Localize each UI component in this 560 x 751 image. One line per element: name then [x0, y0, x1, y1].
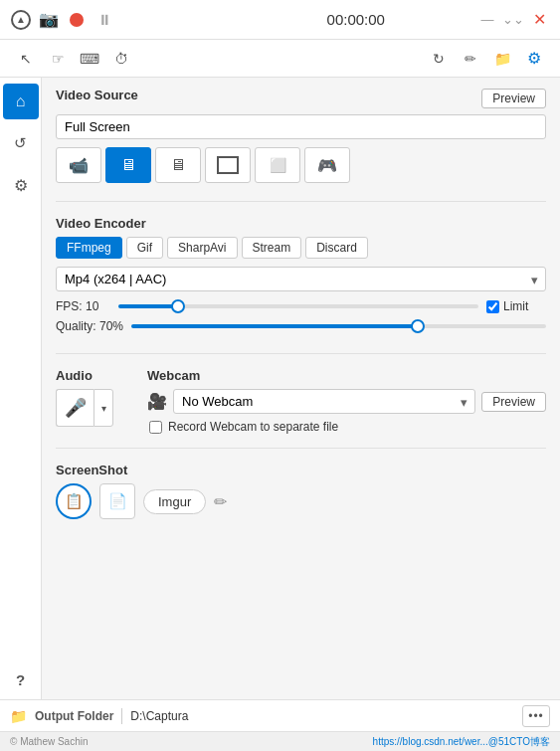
refresh-button[interactable]: ↻ — [425, 45, 453, 73]
gamepad-icon: 🎮 — [317, 156, 337, 175]
minimize-icon: — — [481, 12, 494, 27]
history-icon: ↺ — [14, 134, 27, 152]
close-button[interactable]: ✕ — [528, 9, 550, 31]
cursor-icon: ↖ — [20, 51, 32, 67]
toolbar-left: ↖ ☞ ⌨ ⏱ — [12, 45, 423, 73]
sidebar-item-home[interactable]: ⌂ — [3, 84, 39, 119]
record-separate-checkbox[interactable] — [149, 421, 162, 434]
webcam-preview-button[interactable]: Preview — [481, 392, 546, 412]
encoder-tab-sharpavi[interactable]: SharpAvi — [167, 237, 237, 259]
audio-dropdown-button[interactable]: ▾ — [93, 389, 113, 427]
source-window-btn[interactable] — [205, 147, 251, 183]
webcam-section: Webcam 🎥 No Webcam Preview Record Webcam… — [147, 368, 546, 434]
hand-tool[interactable]: ☞ — [44, 45, 72, 73]
video-encoder-title: Video Encoder — [56, 216, 546, 231]
video-camera-icon: 📹 — [69, 156, 89, 175]
record-separate-label: Record Webcam to separate file — [168, 420, 338, 434]
source-monitor-btn[interactable]: 🖥 — [155, 147, 201, 183]
timer-tool[interactable]: ⏱ — [107, 45, 135, 73]
audio-section: Audio 🎤 ▾ — [56, 368, 135, 434]
status-more-button[interactable]: ••• — [522, 705, 550, 727]
toolbar-right: ↻ ✏ 📁 ⚙ — [425, 45, 548, 73]
maximize-button[interactable]: ⌄⌄ — [502, 9, 524, 31]
app-icon-up[interactable]: ▲ — [10, 9, 32, 31]
video-source-input[interactable] — [56, 114, 546, 139]
window-controls: — ⌄⌄ ✕ — [476, 9, 550, 31]
record-btn[interactable] — [66, 9, 88, 31]
folder-button[interactable]: 📁 — [488, 45, 516, 73]
screenshot-copy-button[interactable]: 📋 — [56, 483, 92, 519]
pencil-icon[interactable]: ✏ — [214, 492, 227, 511]
source-gamepad-btn[interactable]: 🎮 — [304, 147, 350, 183]
region-icon: ⬜ — [270, 157, 286, 173]
webcam-select[interactable]: No Webcam — [173, 389, 475, 414]
settings-icon: ⚙ — [14, 176, 28, 195]
fps-label: FPS: 10 — [56, 299, 110, 313]
webcam-title: Webcam — [147, 368, 546, 383]
source-region-btn[interactable]: ⬜ — [255, 147, 300, 183]
fps-limit-checkbox[interactable] — [486, 300, 499, 313]
recording-time: 00:00:00 — [244, 11, 469, 28]
keyboard-tool[interactable]: ⌨ — [76, 45, 103, 73]
video-source-section: Video Source Preview 📹 🖥 🖥 ⬜ — [56, 88, 546, 187]
divider-3 — [56, 448, 546, 449]
source-screen-btn[interactable]: 🖥 — [105, 147, 151, 183]
minimize-button[interactable]: — — [476, 9, 498, 31]
sidebar-item-help[interactable]: ? — [3, 661, 39, 697]
brush-button[interactable]: ✏ — [457, 45, 484, 73]
video-preview-button[interactable]: Preview — [481, 89, 546, 108]
maximize-icon: ⌄⌄ — [502, 12, 524, 27]
monitor-icon: 🖥 — [170, 156, 186, 174]
status-divider — [121, 708, 122, 724]
record-icon — [70, 13, 84, 27]
home-icon: ⌂ — [16, 93, 26, 110]
pause-btn[interactable]: ⏸ — [93, 9, 115, 31]
screenshot-buttons: 📋 📄 Imgur ✏ — [56, 483, 546, 519]
divider-1 — [56, 201, 546, 202]
format-select[interactable]: Mp4 (x264 | AAC) Avi Mkv Webm — [56, 267, 546, 291]
toolbar: ↖ ☞ ⌨ ⏱ ↻ ✏ 📁 ⚙ — [0, 40, 560, 78]
camera-icon: 📷 — [39, 10, 59, 29]
imgur-button[interactable]: Imgur — [143, 489, 206, 514]
webcam-select-wrapper[interactable]: No Webcam — [173, 389, 475, 414]
screen-icon: 🖥 — [120, 156, 136, 174]
cursor-tool[interactable]: ↖ — [12, 45, 40, 73]
pause-icon: ⏸ — [97, 12, 111, 28]
format-select-row: Mp4 (x264 | AAC) Avi Mkv Webm — [56, 267, 546, 291]
main-area: ⌂ ↺ ⚙ ? Video Source Preview 📹 — [0, 78, 560, 699]
encoder-tab-gif[interactable]: Gif — [126, 237, 163, 259]
webcam-select-row: 🎥 No Webcam Preview — [147, 389, 546, 414]
encoder-tab-ffmpeg[interactable]: FFmpeg — [56, 237, 122, 259]
fps-slider-row: FPS: 10 Limit — [56, 299, 546, 313]
quality-label: Quality: 70% — [56, 319, 123, 333]
video-encoder-section: Video Encoder FFmpeg Gif SharpAvi Stream… — [56, 216, 546, 339]
fps-slider[interactable] — [118, 304, 478, 308]
audio-title: Audio — [56, 368, 135, 383]
screenshot-section: ScreenShot 📋 📄 Imgur ✏ — [56, 463, 546, 519]
camera-btn[interactable]: 📷 — [38, 9, 60, 31]
format-select-wrapper[interactable]: Mp4 (x264 | AAC) Avi Mkv Webm — [56, 267, 546, 291]
webcam-record-separate-row: Record Webcam to separate file — [149, 420, 546, 434]
sidebar-item-history[interactable]: ↺ — [3, 125, 39, 161]
divider-2 — [56, 353, 546, 354]
audio-btn-row: 🎤 ▾ — [56, 389, 135, 427]
fps-slider-right: Limit — [486, 299, 546, 313]
video-source-header: Video Source Preview — [56, 88, 546, 108]
quality-slider[interactable] — [131, 324, 546, 328]
audio-mic-button[interactable]: 🎤 — [56, 389, 93, 427]
source-camera-btn[interactable]: 📹 — [56, 147, 101, 183]
encoder-tab-stream[interactable]: Stream — [242, 237, 302, 259]
encoder-tab-discard[interactable]: Discard — [305, 237, 368, 259]
settings-button[interactable]: ⚙ — [520, 45, 548, 73]
screenshot-save-button[interactable]: 📄 — [99, 483, 135, 519]
title-bar-left: ▲ 📷 ⏸ — [10, 9, 236, 31]
copyright-label: © Mathew Sachin — [10, 736, 89, 747]
quality-slider-row: Quality: 70% — [56, 319, 546, 333]
sidebar-item-settings[interactable]: ⚙ — [3, 167, 39, 203]
output-folder-path[interactable]: D:\Captura — [130, 709, 514, 723]
status-bar: 📁 Output Folder D:\Captura ••• — [0, 699, 560, 731]
brush-icon: ✏ — [465, 51, 476, 67]
hand-icon: ☞ — [52, 51, 65, 67]
timer-icon: ⏱ — [114, 51, 128, 67]
copy-icon: 📋 — [65, 492, 84, 510]
